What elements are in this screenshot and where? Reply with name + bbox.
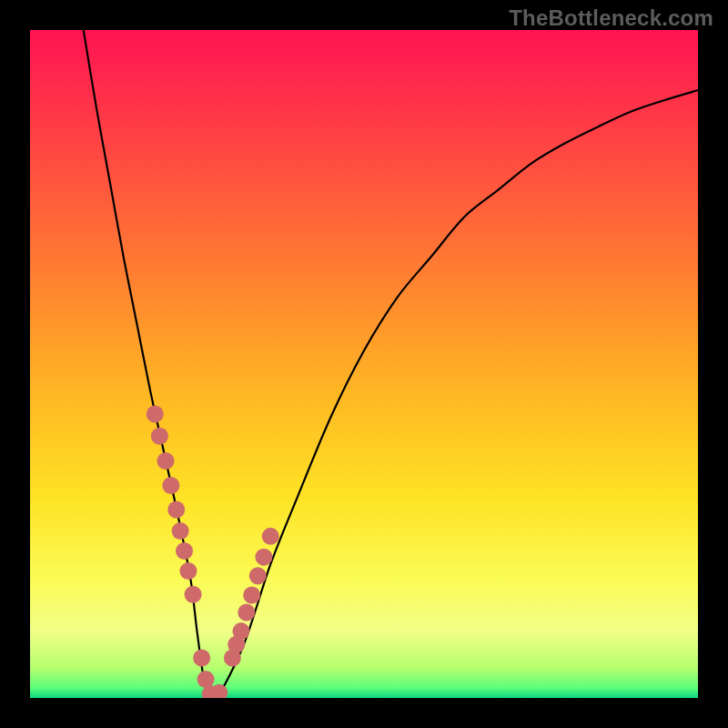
highlight-point bbox=[255, 549, 272, 566]
highlight-point bbox=[197, 671, 215, 688]
highlight-point bbox=[193, 649, 210, 666]
highlight-point bbox=[179, 562, 197, 580]
highlight-point bbox=[232, 622, 249, 640]
highlight-point bbox=[176, 542, 193, 560]
highlight-point bbox=[162, 477, 179, 494]
gradient-background bbox=[30, 30, 698, 698]
highlight-point bbox=[249, 567, 267, 584]
highlight-point bbox=[185, 586, 202, 603]
highlight-point bbox=[262, 528, 279, 545]
highlight-point bbox=[238, 604, 255, 622]
chart-frame: TheBottleneck.com bbox=[0, 0, 728, 728]
highlight-point bbox=[151, 428, 168, 445]
highlight-point bbox=[167, 501, 185, 519]
highlight-point bbox=[147, 406, 164, 423]
chart-svg bbox=[30, 30, 698, 698]
highlight-point bbox=[172, 522, 189, 540]
highlight-point bbox=[157, 452, 175, 470]
plot-area bbox=[30, 30, 698, 698]
watermark-text: TheBottleneck.com bbox=[509, 5, 713, 31]
highlight-point bbox=[243, 586, 260, 603]
